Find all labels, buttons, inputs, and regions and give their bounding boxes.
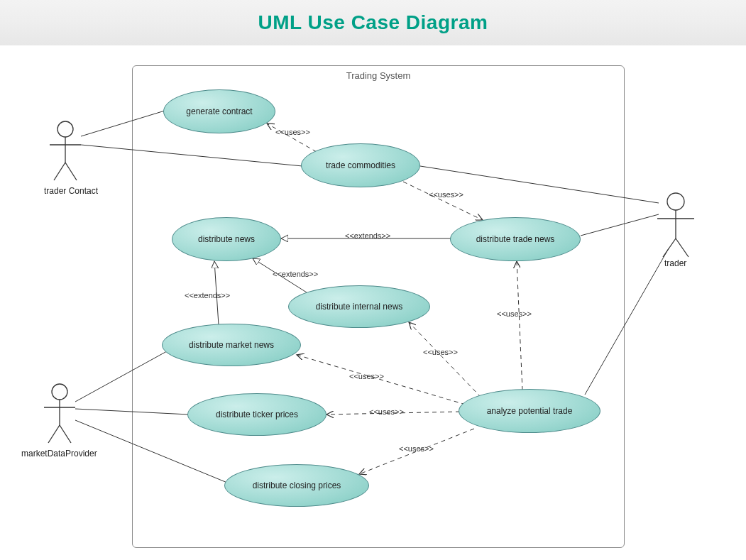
svg-line-4 (65, 163, 77, 180)
actor-trader-icon (657, 193, 694, 257)
usecase-distribute-market-news: distribute market news (162, 324, 301, 366)
edge-label-uses: <<uses>> (497, 309, 532, 318)
usecase-label: generate contract (186, 106, 252, 116)
actor-trader-contact-icon (50, 121, 81, 180)
svg-point-5 (52, 384, 67, 400)
edge-label-uses: <<uses>> (349, 372, 384, 380)
usecase-distribute-ticker-prices: distribute ticker prices (187, 393, 327, 436)
usecase-label: distribute trade news (476, 234, 555, 244)
edge-label-uses: <<uses>> (429, 190, 463, 199)
usecase-label: analyze potential trade (487, 406, 573, 416)
svg-line-13 (663, 238, 676, 257)
title-band: UML Use Case Diagram (0, 0, 746, 45)
actor-trader-contact-label: trader Contact (44, 186, 98, 196)
usecase-label: distribute market news (189, 340, 274, 350)
svg-line-9 (60, 425, 71, 443)
edge-label-uses: <<uses>> (399, 444, 434, 453)
usecase-trade-commodities: trade commodities (301, 143, 420, 187)
svg-point-0 (57, 121, 73, 137)
usecase-label: distribute ticker prices (216, 410, 298, 419)
svg-line-14 (676, 238, 689, 257)
svg-point-10 (667, 193, 684, 210)
actor-trader-label: trader (664, 258, 686, 268)
usecase-label: distribute news (198, 234, 255, 244)
edge-label-extends: <<extends>> (185, 291, 230, 300)
usecase-distribute-trade-news: distribute trade news (450, 217, 581, 261)
usecase-distribute-internal-news: distribute internal news (288, 285, 430, 328)
usecase-distribute-closing-prices: distribute closing prices (224, 464, 369, 507)
usecase-distribute-news: distribute news (172, 217, 281, 261)
edge-label-extends: <<extends>> (345, 231, 390, 240)
usecase-label: distribute internal news (316, 302, 403, 312)
usecase-analyze-potential-trade: analyze potential trade (459, 389, 600, 433)
diagram-canvas: Trading System (0, 45, 746, 560)
edge-label-uses: <<uses>> (275, 128, 310, 136)
actor-market-data-provider-label: marketDataProvider (21, 449, 97, 459)
usecase-label: distribute closing prices (253, 481, 341, 490)
system-label: Trading System (133, 70, 624, 81)
svg-line-3 (54, 163, 65, 180)
usecase-generate-contract: generate contract (163, 89, 275, 133)
usecase-label: trade commodities (326, 160, 395, 170)
edge-label-uses: <<uses>> (423, 348, 458, 356)
edge-label-extends: <<extends>> (273, 270, 318, 278)
page-title: UML Use Case Diagram (258, 11, 488, 34)
actor-market-data-provider-icon (44, 384, 75, 443)
edge-label-uses: <<uses>> (369, 407, 404, 416)
svg-line-8 (48, 425, 60, 443)
